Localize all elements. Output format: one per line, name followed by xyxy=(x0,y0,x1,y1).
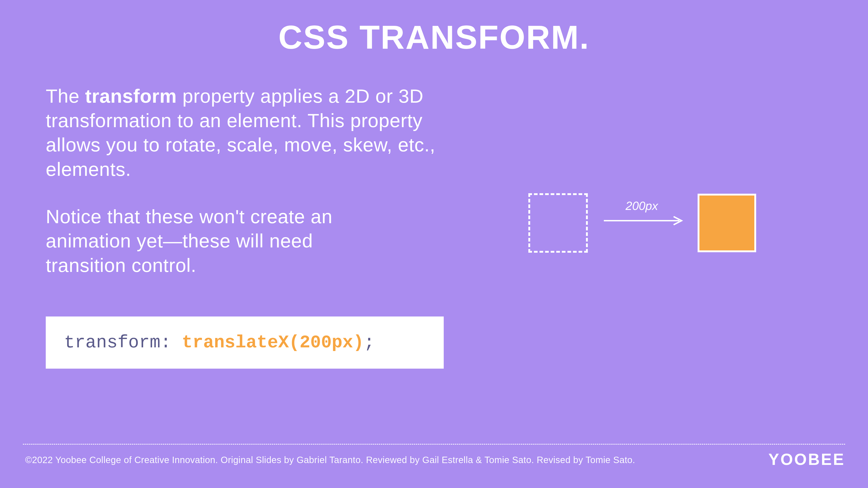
arrow-container: 200px xyxy=(604,216,684,226)
transformed-position-box xyxy=(698,194,756,252)
transform-diagram: 200px xyxy=(528,193,775,253)
code-property: transform: xyxy=(64,332,182,353)
arrow-icon xyxy=(604,216,684,225)
footer-text: ©2022 Yoobee College of Creative Innovat… xyxy=(25,455,635,465)
code-value: translateX(200px) xyxy=(182,332,364,353)
slide-title: CSS TRANSFORM. xyxy=(0,0,868,57)
content-area: The transform property applies a 2D or 3… xyxy=(0,57,446,369)
paragraph-2: Notice that these won't create an animat… xyxy=(46,204,389,278)
para1-bold: transform xyxy=(85,85,177,107)
yoobee-logo: YOOBEE xyxy=(768,450,845,468)
code-block: transform: translateX(200px); xyxy=(46,317,444,369)
footer-divider xyxy=(23,444,845,445)
original-position-box xyxy=(528,193,588,253)
paragraph-1: The transform property applies a 2D or 3… xyxy=(46,84,446,182)
code-semicolon: ; xyxy=(364,332,375,353)
para1-pre: The xyxy=(46,85,85,107)
arrow-label: 200px xyxy=(625,199,658,213)
